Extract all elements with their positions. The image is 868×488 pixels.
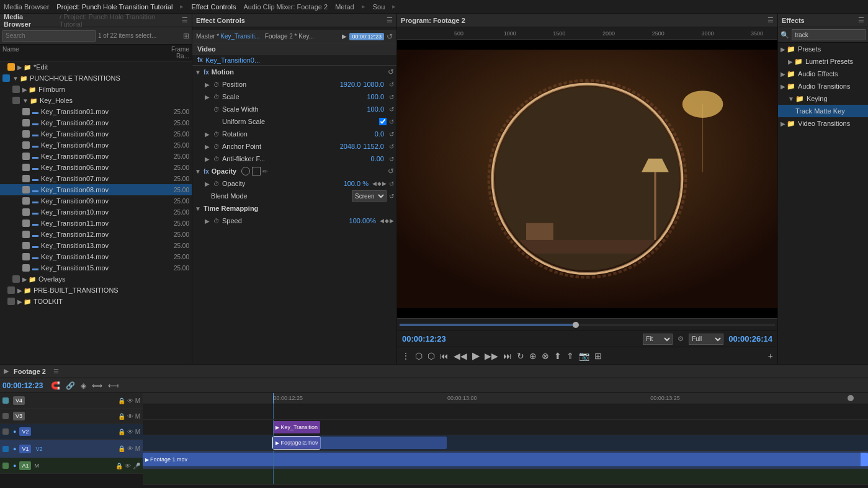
- prop-value1[interactable]: 1920.0: [340, 81, 361, 88]
- monitor-add-btn[interactable]: +: [766, 350, 775, 362]
- track-eye-v3[interactable]: 👁: [127, 413, 133, 420]
- timeline-expand-btn[interactable]: ▶: [4, 367, 9, 375]
- topbar-audio-mixer[interactable]: Audio Clip Mixer: Footage 2: [243, 3, 328, 11]
- stopwatch-icon[interactable]: ⏱: [213, 156, 220, 162]
- track-mute-v4[interactable]: M: [135, 397, 140, 404]
- track-eye-v2[interactable]: 👁: [127, 428, 133, 435]
- tl-link-btn[interactable]: 🔗: [64, 381, 77, 391]
- monitor-to-out-btn[interactable]: ⏭: [501, 350, 514, 362]
- effects-more-btn[interactable]: ☰: [858, 16, 864, 24]
- list-item[interactable]: ▬Key_Transition13.mov25.00: [0, 240, 192, 251]
- list-item[interactable]: ▬Key_Transition11.mov25.00: [0, 218, 192, 229]
- track-lock-v1[interactable]: 🔒: [118, 445, 125, 452]
- track-active-v2[interactable]: ●: [13, 428, 16, 435]
- topbar-media-browser[interactable]: Media Browser: [4, 3, 49, 11]
- ec-reset-all-btn[interactable]: ↺: [387, 32, 393, 41]
- list-item[interactable]: ▬Key_Transition03.mov25.00: [0, 128, 192, 140]
- timeline-options-btn[interactable]: ☰: [53, 368, 59, 375]
- stopwatch-icon[interactable]: ⏱: [213, 180, 220, 187]
- topbar-effect-controls[interactable]: Effect Controls: [191, 3, 236, 11]
- monitor-camera-btn[interactable]: 📷: [577, 350, 591, 362]
- clip-key-transition-top[interactable]: ▶ Key_Transition0: [273, 421, 320, 433]
- topbar-sou[interactable]: Sou: [373, 3, 385, 11]
- monitor-prev-frame-btn[interactable]: ◀◀: [452, 350, 469, 362]
- list-item[interactable]: ▼ 📁 Key_Holes: [0, 95, 192, 106]
- monitor-progress-bar[interactable]: [400, 324, 775, 326]
- track-lock-v3[interactable]: 🔒: [118, 413, 125, 420]
- monitor-add-marker-btn[interactable]: ⋮: [400, 350, 412, 362]
- list-item[interactable]: ▬Key_Transition06.mov25.00: [0, 162, 192, 173]
- list-item[interactable]: ▼ 📁 PUNCHHOLE TRANSITIONS: [0, 73, 192, 84]
- ec-more-btn[interactable]: ☰: [387, 16, 393, 24]
- list-item[interactable]: ▬Key_Transition01.mov25.00: [0, 106, 192, 117]
- chevron-icon[interactable]: ▶: [22, 86, 27, 93]
- track-lock-a1[interactable]: 🔒: [115, 463, 123, 469]
- tl-ripple-btn[interactable]: ⟺: [90, 381, 104, 391]
- prop-reset-btn[interactable]: ↺: [389, 118, 394, 125]
- prop-value[interactable]: 0.0: [375, 130, 384, 138]
- monitor-button15[interactable]: ⊞: [593, 350, 604, 362]
- monitor-out-btn[interactable]: ⬡: [426, 350, 437, 362]
- effects-item-video-transitions[interactable]: ▶ 📁 Video Transitions: [778, 117, 868, 130]
- keyframe-next-btn[interactable]: ▶: [382, 180, 387, 187]
- list-item[interactable]: ▬Key_Transition08.mov25.00: [0, 184, 192, 195]
- monitor-play-btn[interactable]: ▶: [470, 348, 481, 363]
- monitor-quality-select[interactable]: FullHalfQuarter: [689, 334, 723, 345]
- track-active-a1[interactable]: ●: [13, 463, 16, 469]
- blend-reset-btn[interactable]: ↺: [389, 193, 394, 200]
- effects-item-audio-effects[interactable]: ▶ 📁 Audio Effects: [778, 68, 868, 80]
- prop-reset-btn[interactable]: ↺: [389, 180, 394, 187]
- effects-item-keying[interactable]: ▼ 📁 Keying: [778, 92, 868, 105]
- track-right-v1[interactable]: ▶ Footage 1.mov: [143, 451, 868, 469]
- tl-rolling-btn[interactable]: ⟻: [106, 381, 120, 391]
- keyframe-prev-btn[interactable]: ◀: [380, 218, 384, 224]
- project-search-input[interactable]: [2, 30, 96, 42]
- tl-marker-btn[interactable]: ◈: [79, 381, 88, 391]
- list-item[interactable]: ▶ 📁 Overlays: [0, 273, 192, 285]
- track-lock-v4[interactable]: 🔒: [118, 397, 125, 404]
- prop-reset-btn[interactable]: ↺: [389, 94, 394, 100]
- list-item[interactable]: ▶ 📁 TOOLKIT: [0, 296, 192, 307]
- opacity-ellipse-shape[interactable]: [241, 167, 250, 175]
- monitor-extract-btn[interactable]: ⇑: [565, 350, 576, 362]
- list-item[interactable]: ▬Key_Transition07.mov25.00: [0, 173, 192, 184]
- prop-value[interactable]: 100.0 %: [344, 180, 369, 187]
- track-right-v3[interactable]: ▶ Key_Transition0: [143, 420, 868, 435]
- prop-reset-btn[interactable]: ↺: [389, 81, 394, 88]
- monitor-lift-btn[interactable]: ⬆: [552, 350, 563, 362]
- ec-motion-header[interactable]: ▼ fx Motion ↺: [192, 66, 396, 78]
- topbar-meta[interactable]: Metad: [335, 3, 354, 11]
- list-item[interactable]: ▶ 📁 *Edit: [0, 61, 192, 73]
- chevron-icon[interactable]: ▼: [12, 75, 19, 82]
- prop-value2[interactable]: 1080.0: [363, 81, 384, 88]
- track-active-v1[interactable]: ●: [13, 446, 16, 452]
- topbar-project[interactable]: Project: Punch Hole Transition Tutorial: [56, 3, 172, 11]
- ec-opacity-reset-btn[interactable]: ↺: [388, 167, 394, 175]
- keyframe-prev-btn[interactable]: ◀: [372, 180, 377, 187]
- monitor-next-frame-btn[interactable]: ▶▶: [483, 350, 500, 362]
- list-item[interactable]: ▶ 📁 Filmburn: [0, 84, 192, 95]
- chevron-icon[interactable]: ▶: [22, 276, 27, 283]
- list-item[interactable]: ▶ 📁 PRE-BUILT_TRANSITIONS: [0, 285, 192, 296]
- monitor-loop-btn[interactable]: ↻: [515, 350, 526, 362]
- prop-value[interactable]: 0.00: [371, 155, 384, 162]
- monitor-settings-btn[interactable]: ⚙: [678, 335, 684, 343]
- track-lock-v2[interactable]: 🔒: [118, 428, 125, 435]
- effects-item-audio-transitions[interactable]: ▶ 📁 Audio Transitions: [778, 80, 868, 92]
- stopwatch-icon[interactable]: ⏱: [213, 81, 220, 88]
- ec-play-btn[interactable]: ▶: [342, 33, 347, 40]
- effects-search-input[interactable]: [792, 29, 866, 40]
- track-mute-v1[interactable]: M: [135, 445, 140, 452]
- list-item[interactable]: ▬Key_Transition12.mov25.00: [0, 229, 192, 240]
- project-view-btn[interactable]: ⊞: [183, 32, 189, 40]
- timeline-ruler[interactable]: 00:00:12:25 00:00:13:00 00:00:13:25: [143, 393, 868, 404]
- track-right-v4[interactable]: [143, 404, 868, 420]
- list-item[interactable]: ▬Key_Transition09.mov25.00: [0, 195, 192, 206]
- opacity-pen-shape[interactable]: ✏: [262, 168, 267, 175]
- clip-footage2[interactable]: ▶ Footage 2.mov: [273, 437, 447, 449]
- track-mic-a1[interactable]: 🎤: [133, 463, 140, 469]
- prop-reset-btn[interactable]: ↺: [389, 143, 394, 150]
- effects-item-track-matte-key[interactable]: Track Matte Key: [778, 105, 868, 117]
- keyframe-add-btn[interactable]: ◆: [377, 180, 382, 187]
- monitor-playhead[interactable]: [573, 322, 579, 328]
